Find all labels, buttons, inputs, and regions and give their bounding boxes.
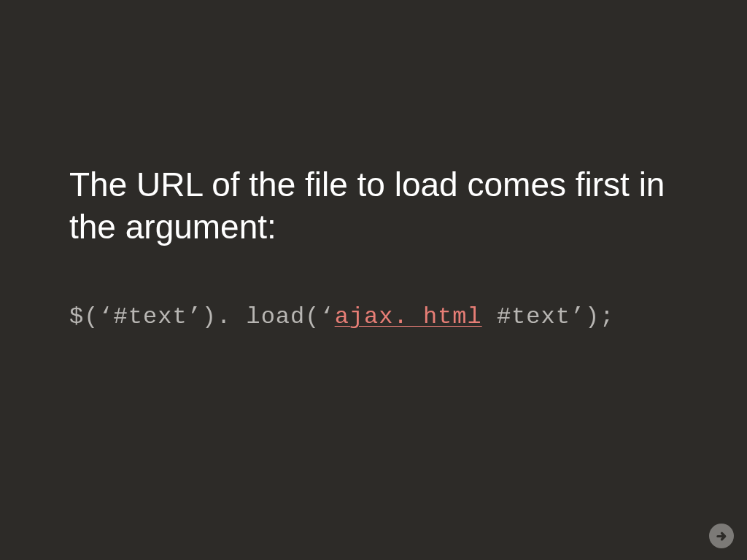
slide-heading: The URL of the file to load comes first … (69, 164, 675, 248)
slide: The URL of the file to load comes first … (0, 0, 747, 560)
code-example: $(‘#text’). load(‘ajax. html #text’); (69, 303, 615, 330)
code-highlight: ajax. html (335, 303, 482, 330)
next-slide-button[interactable] (709, 524, 734, 548)
arrow-right-icon (716, 530, 728, 542)
code-prefix: $(‘#text’). load(‘ (69, 303, 335, 330)
code-suffix: #text’); (482, 303, 615, 330)
